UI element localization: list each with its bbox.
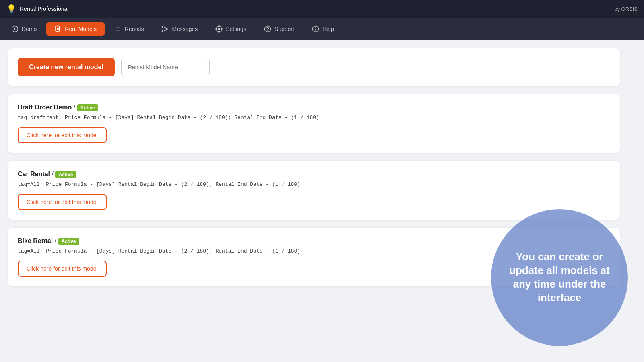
nav-help-label: Help — [322, 26, 334, 32]
app-branding: 💡 Rental Professional — [6, 4, 68, 14]
nav-item-rentals[interactable]: Rentals — [106, 22, 152, 36]
edit-model-button[interactable]: Click here for edit this model — [18, 194, 107, 210]
create-card: Create new rental model — [8, 48, 620, 86]
edit-model-button[interactable]: Click here for edit this model — [18, 261, 107, 277]
gear-icon — [215, 25, 223, 33]
svg-rect-2 — [56, 26, 60, 32]
app-title: Rental Professional — [20, 6, 68, 12]
svg-marker-1 — [14, 28, 17, 30]
status-badge: Active — [77, 104, 98, 111]
main-content: Create new rental model Draft Order Demo… — [0, 40, 628, 302]
model-name-input[interactable] — [121, 58, 210, 76]
nav-item-demo[interactable]: Demo — [3, 22, 45, 36]
model-name: Car Rental / Active — [18, 171, 610, 178]
status-badge: Active — [55, 171, 76, 178]
model-name: Draft Order Demo / Active — [18, 104, 610, 111]
svg-point-10 — [218, 28, 220, 30]
question-icon — [264, 25, 271, 33]
status-badge: Active — [58, 238, 79, 245]
model-card-draft-order-demo: Draft Order Demo / Active tag=draftrent;… — [8, 94, 620, 153]
nav-item-support[interactable]: Support — [256, 22, 302, 36]
nav-support-label: Support — [275, 26, 294, 32]
nav-item-rent-models[interactable]: Rent Models — [46, 22, 105, 36]
edit-model-button[interactable]: Click here for edit this model — [18, 127, 107, 143]
nav-item-help[interactable]: Help — [304, 22, 342, 36]
svg-point-12 — [267, 30, 268, 31]
nav-rent-models-label: Rent Models — [65, 26, 97, 32]
models-container: Draft Order Demo / Active tag=draftrent;… — [8, 94, 620, 286]
app-byline: by ORSIS — [614, 6, 638, 12]
model-description: tag=All; Price Formula - [Days] Rental B… — [18, 248, 610, 254]
model-card-bike-rental: Bike Rental / Active tag=All; Price Form… — [8, 228, 620, 286]
nav-item-settings[interactable]: Settings — [207, 22, 254, 36]
play-icon — [11, 25, 19, 33]
svg-point-16 — [315, 27, 316, 28]
nav-messages-label: Messages — [172, 26, 198, 32]
top-bar: 💡 Rental Professional by ORSIS — [0, 0, 644, 18]
nav-settings-label: Settings — [226, 26, 246, 32]
model-card-car-rental: Car Rental / Active tag=All; Price Formu… — [8, 161, 620, 220]
list-icon — [114, 25, 122, 33]
nav-demo-label: Demo — [22, 26, 37, 32]
nav-rentals-label: Rentals — [125, 26, 144, 32]
create-row: Create new rental model — [18, 58, 610, 76]
app-logo-icon: 💡 — [6, 4, 17, 14]
model-description: tag=All; Price Formula - [Days] Rental B… — [18, 181, 610, 187]
document-icon — [54, 25, 62, 33]
nav-item-messages[interactable]: Messages — [153, 22, 206, 36]
send-icon — [161, 25, 169, 33]
create-model-button[interactable]: Create new rental model — [18, 58, 115, 76]
nav-bar: Demo Rent Models Rentals Messages Settin… — [0, 18, 644, 40]
info-icon — [312, 25, 319, 33]
model-name: Bike Rental / Active — [18, 237, 610, 245]
model-description: tag=draftrent; Price Formula - [Days] Re… — [18, 115, 610, 121]
